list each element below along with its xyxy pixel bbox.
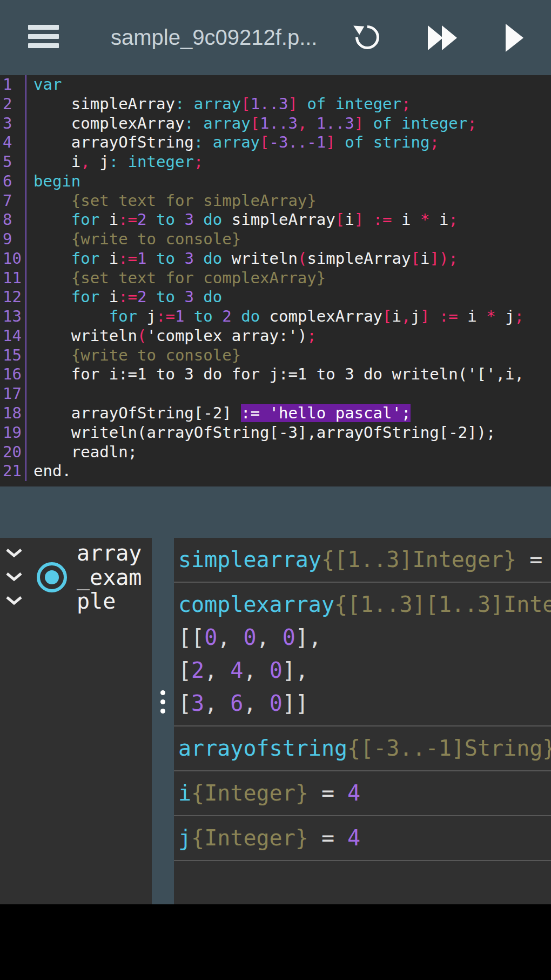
chevron-down-icon[interactable]: [5, 548, 23, 558]
debug-panel-header-band: Frames Variables: [0, 486, 551, 538]
code-line[interactable]: 16 for i:=1 to 3 do for j:=1 to 3 do wri…: [0, 365, 551, 384]
line-number: 21: [0, 462, 25, 481]
code-editor[interactable]: 1var2 simpleArray: array[1..3] of intege…: [0, 75, 551, 486]
code-line[interactable]: 4 arrayOfString: array[-3..-1] of string…: [0, 133, 551, 152]
code-line[interactable]: 6begin: [0, 172, 551, 191]
code-line[interactable]: 19 writeln(arrayOfString[-3],arrayOfStri…: [0, 423, 551, 443]
code-line[interactable]: 21end.: [0, 462, 551, 481]
line-number: 9: [0, 230, 25, 249]
code-text: for j:=1 to 2 do complexArray[i,j] := i …: [25, 307, 524, 326]
line-number: 1: [0, 75, 25, 95]
code-line[interactable]: 17: [0, 384, 551, 404]
code-line[interactable]: 2 simpleArray: array[1..3] of integer;: [0, 95, 551, 114]
code-text: for i:=1 to 3 do writeln(simpleArray[i])…: [25, 249, 458, 269]
line-number: 4: [0, 133, 25, 152]
code-line[interactable]: 10 for i:=1 to 3 do writeln(simpleArray[…: [0, 249, 551, 269]
play-icon[interactable]: [506, 24, 523, 52]
chevron-down-icon[interactable]: [5, 572, 23, 582]
code-text: for i:=1 to 3 do for j:=1 to 3 do writel…: [25, 365, 524, 384]
code-line[interactable]: 5 i, j: integer;: [0, 152, 551, 172]
code-text: arrayOfString[-2] := 'hello pascal';: [25, 404, 411, 423]
code-text: {write to console}: [25, 346, 241, 365]
code-text: {write to console}: [25, 230, 241, 249]
line-number: 11: [0, 269, 25, 288]
line-number: 10: [0, 249, 25, 269]
variable-row[interactable]: simplearray{[1..3]Integer} =: [174, 538, 551, 583]
line-number: 16: [0, 365, 25, 384]
line-number: 15: [0, 346, 25, 365]
code-line[interactable]: 15 {write to console}: [0, 346, 551, 365]
chevron-down-icon[interactable]: [5, 596, 23, 605]
frame-name[interactable]: array_example: [77, 541, 142, 614]
code-line[interactable]: 1var: [0, 75, 551, 95]
variable-row[interactable]: i{Integer} = 4: [174, 771, 551, 816]
line-number: 2: [0, 95, 25, 114]
code-text: i, j: integer;: [25, 152, 203, 172]
menu-icon[interactable]: [28, 25, 59, 52]
code-line[interactable]: 18 arrayOfString[-2] := 'hello pascal';: [0, 404, 551, 423]
code-text: writeln(arrayOfString[-3],arrayOfString[…: [25, 423, 496, 443]
line-number: 6: [0, 172, 25, 191]
line-number: 12: [0, 288, 25, 307]
variable-row[interactable]: arrayofstring{[-3..-1]String}: [174, 726, 551, 771]
code-line[interactable]: 8 for i:=2 to 3 do simpleArray[i] := i *…: [0, 210, 551, 230]
fast-forward-icon[interactable]: [428, 25, 458, 50]
code-line[interactable]: 11 {set text for complexArray}: [0, 269, 551, 288]
frame-radio-selected[interactable]: [37, 562, 67, 592]
code-text: arrayOfString: array[-3..-1] of string;: [25, 133, 439, 152]
code-text: writeln('complex array:');: [25, 326, 317, 346]
line-number: 5: [0, 152, 25, 172]
line-number: 7: [0, 191, 25, 211]
code-line[interactable]: 9 {write to console}: [0, 230, 551, 249]
variable-row[interactable]: complexarray{[1..3][1..3]Inte[[0, 0, 0],…: [174, 583, 551, 726]
variable-rows: simplearray{[1..3]Integer} =complexarray…: [174, 538, 551, 861]
code-line[interactable]: 3 complexArray: array[1..3, 1..3] of int…: [0, 114, 551, 134]
restart-icon[interactable]: [354, 23, 382, 51]
code-line[interactable]: 14 writeln('complex array:');: [0, 326, 551, 346]
code-text: for i:=2 to 3 do simpleArray[i] := i * i…: [25, 210, 458, 230]
variable-row[interactable]: j{Integer} = 4: [174, 816, 551, 861]
line-number: 14: [0, 326, 25, 346]
code-text: end.: [25, 462, 71, 481]
variables-panel: simplearray{[1..3]Integer} =complexarray…: [174, 538, 551, 904]
panel-splitter[interactable]: [152, 538, 174, 904]
line-number: 17: [0, 384, 25, 404]
gutter-divider: [25, 75, 26, 481]
code-text: {set text for simpleArray}: [25, 191, 317, 211]
file-title: sample_9c09212f.p...: [111, 0, 317, 75]
code-text: simpleArray: array[1..3] of integer;: [25, 95, 411, 114]
code-line[interactable]: 7 {set text for simpleArray}: [0, 191, 551, 211]
code-line[interactable]: 12 for i:=2 to 3 do: [0, 288, 551, 307]
line-number: 3: [0, 114, 25, 134]
line-number: 8: [0, 210, 25, 230]
code-text: for i:=2 to 3 do: [25, 288, 222, 307]
code-lines: 1var2 simpleArray: array[1..3] of intege…: [0, 75, 551, 481]
code-text: readln;: [25, 443, 137, 462]
line-number: 13: [0, 307, 25, 326]
code-text: begin: [25, 172, 80, 191]
code-text: {set text for complexArray}: [25, 269, 326, 288]
code-text: [25, 384, 33, 404]
top-app-bar: sample_9c09212f.p...: [0, 0, 551, 75]
code-line[interactable]: 20 readln;: [0, 443, 551, 462]
android-nav-bar: V: [0, 904, 551, 980]
code-text: var: [25, 75, 62, 95]
code-text: complexArray: array[1..3, 1..3] of integ…: [25, 114, 477, 134]
line-number: 19: [0, 423, 25, 443]
line-number: 20: [0, 443, 25, 462]
code-line[interactable]: 13 for j:=1 to 2 do complexArray[i,j] :=…: [0, 307, 551, 326]
line-number: 18: [0, 404, 25, 423]
